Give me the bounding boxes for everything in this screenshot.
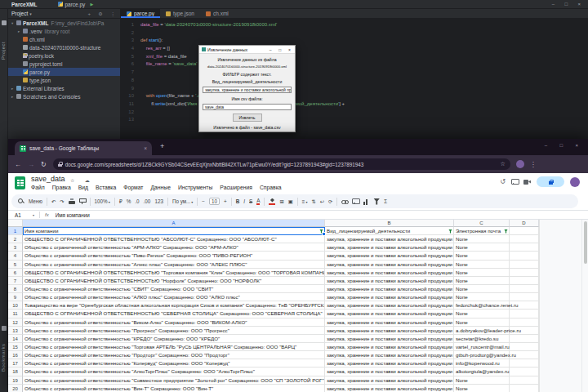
dialog-titlebar[interactable]: Извлечение данных – □ × [199,46,295,54]
row-number[interactable]: 6 [8,269,23,277]
vertical-scrollbar[interactable] [581,220,588,392]
bookmark-star-icon[interactable]: ☆ [500,161,505,167]
menu-Вид[interactable]: Вид [78,185,88,190]
row-number[interactable]: 19 [8,376,23,385]
cell-B14[interactable]: закупка, хранение и поставки алкогольной… [325,335,454,343]
cell-C2[interactable]: None [454,235,510,243]
editor-tab-ch.xml[interactable]: ch.xml [200,9,234,18]
cell-B12[interactable]: закупка, хранение и поставки алкогольной… [325,318,454,327]
cell-B17[interactable]: закупка, хранение и поставки алкогольной… [325,359,454,368]
tab-close-icon[interactable]: × [144,145,147,151]
cell-B11[interactable]: закупка, хранение и поставки алкогольной… [325,310,454,318]
cell-A20[interactable]: Общество с ограниченной ответственностью… [23,385,325,392]
browser-tab[interactable]: save_data - Google Таблицы × [15,141,152,155]
cell-B10[interactable]: закупка, хранение и поставки алкогольной… [325,301,454,310]
cell-A4[interactable]: Общество с ограниченной ответственностью… [23,252,325,260]
cell-C14[interactable]: secretar@kredo.su [454,335,510,343]
document-title[interactable]: save_data [31,175,65,183]
cell-A17[interactable]: Общество с ограниченной ответственностью… [23,359,325,368]
project-panel-actions[interactable]: + ⚙ ⋮ [87,11,117,16]
cell-B4[interactable]: закупка, хранение и поставки алкогольной… [325,252,454,260]
csv-name-input[interactable]: save_data [203,104,292,110]
row-number[interactable]: 7 [8,277,23,285]
cell-D8[interactable] [510,285,539,293]
cell-C4[interactable]: None [454,252,510,260]
v-align-icon[interactable]: ⇅ [311,198,315,204]
cell-B5[interactable]: закупка, хранение и поставки алкогольной… [325,261,454,269]
row-number[interactable]: 3 [8,243,23,252]
address-bar[interactable]: docs.google.com/spreadsheets/d/1ZBCk9GYS… [53,158,510,170]
cell-D11[interactable] [510,310,539,318]
increase-font-size[interactable]: + [224,198,227,204]
corner-cell[interactable] [8,220,23,227]
cell-D7[interactable] [510,277,539,285]
cell-A18[interactable]: Общество с ограниченной ответственностью… [23,368,325,376]
row-number[interactable]: 18 [8,368,23,376]
row-number[interactable]: 13 [8,327,23,335]
row-number[interactable]: 4 [8,252,23,260]
comment-icon[interactable] [511,179,518,185]
chart-icon[interactable] [363,198,369,205]
cell-B7[interactable]: закупка, хранение и поставки алкогольной… [325,277,454,285]
run-configuration[interactable]: parce.py [58,2,85,7]
row-number[interactable]: 8 [8,285,23,293]
cell-A3[interactable]: Общество с ограниченной ответственностью… [23,243,325,252]
meet-icon[interactable] [523,180,531,185]
cell-B8[interactable]: закупка, хранение и поставки алкогольной… [325,285,454,293]
cell-C10[interactable]: fedorchuk@chance.renet.ru [454,301,510,310]
bold-button[interactable]: B [236,198,240,204]
back-icon[interactable]: ← [15,161,21,168]
cell-B13[interactable]: закупка, хранение и поставки алкогольной… [325,327,454,335]
menu-Файл[interactable]: Файл [31,185,45,190]
tree-item-poetry.lock[interactable]: poetry.lock [8,51,120,60]
title-star-cloud-icons[interactable]: ☆ ☁ [70,177,92,183]
project-tool-label[interactable]: Project [1,30,8,60]
cell-D1[interactable] [510,227,539,235]
tree-item-External Libraries[interactable]: ▸External Libraries [8,84,120,92]
row-number[interactable]: 20 [8,385,23,392]
avatar[interactable] [570,177,580,187]
comment-icon[interactable] [352,198,359,205]
column-header-C[interactable]: C [454,220,510,227]
column-header-A[interactable]: A [23,220,325,227]
tree-item-.venv[interactable]: ▸.venvlibrary root [8,27,120,35]
tree-item-data-20240701t0000-structure[interactable]: data-20240701t0000-structure [8,43,120,51]
cell-D9[interactable] [510,293,539,301]
cell-C15[interactable]: vartel_ruscentr@mail.ru [454,343,510,351]
history-icon[interactable]: ↺ [500,178,506,185]
menu-Расширения[interactable]: Расширения [220,185,252,190]
percent-format[interactable]: % [127,198,131,204]
fill-color-icon[interactable] [269,198,275,205]
font-select[interactable]: По ум... [172,198,193,204]
menu-Данные[interactable]: Данные [150,185,171,190]
cell-D4[interactable] [510,252,539,260]
cell-A8[interactable]: Общество с ограниченной ответственностью… [23,285,325,293]
reload-icon[interactable]: ↻ [41,161,47,168]
cell-D15[interactable] [510,343,539,351]
cell-C16[interactable]: gtbuh-prodtorg@yandex.ru [454,351,510,359]
cell-A15[interactable]: Общество с ограниченной ответственностью… [23,343,325,351]
cell-A9[interactable]: Общество с ограниченной ответственностью… [23,293,325,301]
functions-icon[interactable]: Σ [384,198,387,204]
filter-icon[interactable] [319,229,323,234]
cell-A7[interactable]: ОБЩЕСТВО С ОГРАНИЧЕННОЙ ОТВЕТСТВЕННОСТЬЮ… [23,277,325,285]
browser-avatar[interactable] [516,160,524,168]
cell-B18[interactable]: закупка, хранение и поставки алкогольной… [325,368,454,376]
sheets-logo-icon[interactable] [15,176,25,189]
tree-item-type.json[interactable]: type.json [8,76,120,84]
name-box[interactable]: A1 [8,212,33,218]
cell-A5[interactable]: Общество с ограниченной ответственностью… [23,261,325,269]
row-number[interactable]: 15 [8,343,23,351]
cell-B19[interactable]: закупка, хранение и поставки алкогольной… [325,376,454,385]
undo-icon[interactable]: ↶ [51,198,56,204]
menu-Вставка[interactable]: Вставка [96,185,116,190]
cell-A10[interactable]: Товарищество на вере "Оренбургская облас… [23,301,325,310]
merge-cells-icon[interactable]: ▣ [288,198,293,204]
filter-input[interactable]: закупка, хранение и поставки алкогольной… [203,87,292,93]
cell-A11[interactable]: ОБЩЕСТВО С ОГРАНИЧЕННОЙ ОТВЕТСТВЕННОСТЬЮ… [23,310,325,318]
cell-C17[interactable]: info@koperwood.ru [454,359,510,368]
print-icon[interactable] [69,198,75,205]
cell-C9[interactable]: None [454,293,510,301]
run-icon[interactable]: ▶ [90,2,93,7]
menu-Справка[interactable]: Справка [260,185,282,190]
